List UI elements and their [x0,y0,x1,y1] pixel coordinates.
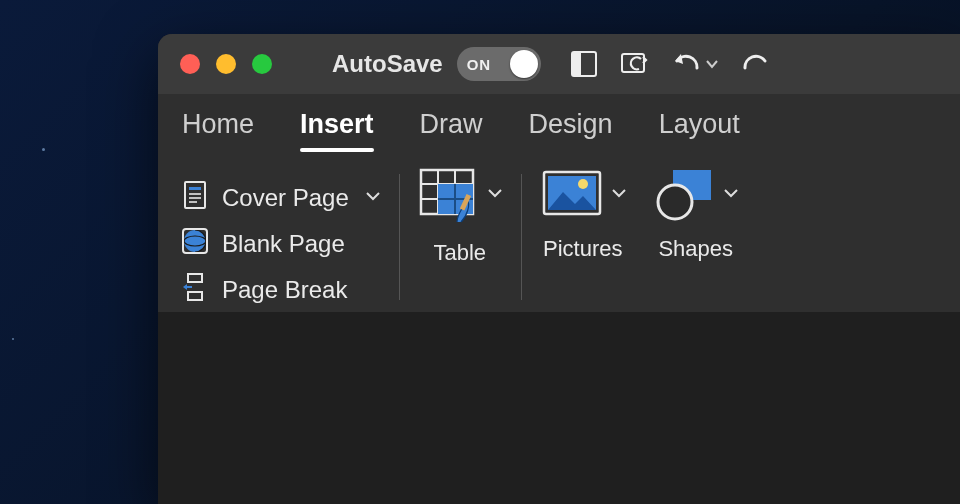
tab-draw-label: Draw [420,109,483,148]
window-controls [180,54,272,74]
shapes-label: Shapes [658,236,733,262]
pictures-label: Pictures [543,236,622,262]
tab-layout[interactable]: Layout [659,109,740,152]
tab-layout-label: Layout [659,109,740,148]
maximize-window-button[interactable] [252,54,272,74]
tab-home-label: Home [182,109,254,148]
pictures-button[interactable]: Pictures [539,164,627,262]
autosave-label: AutoSave [332,50,443,78]
page-break-label: Page Break [222,276,347,304]
shapes-icon [653,164,717,228]
cover-page-icon [182,180,208,216]
blank-page-label: Blank Page [222,230,345,258]
cover-page-label: Cover Page [222,184,349,212]
ribbon-group-illustrations: Pictures Shapes [521,164,757,324]
chevron-down-icon [611,186,627,204]
app-window: AutoSave ON [158,34,960,504]
shapes-button[interactable]: Shapes [653,164,739,262]
chevron-down-icon [365,189,381,207]
tab-insert-label: Insert [300,109,374,148]
tab-insert[interactable]: Insert [300,109,374,152]
close-window-button[interactable] [180,54,200,74]
page-break-icon [182,272,208,308]
undo-button[interactable] [671,50,719,78]
undo-icon [671,50,703,78]
blank-page-icon [182,226,208,262]
redo-button[interactable] [739,50,771,78]
svg-rect-3 [185,182,205,208]
ribbon-tabs: Home Insert Draw Design Layout [158,94,960,152]
ribbon-group-pages: Cover Page Blank Page [182,164,399,324]
page-break-button[interactable]: Page Break [182,272,381,308]
titlebar: AutoSave ON [158,34,960,94]
chevron-down-icon [723,186,739,204]
minimize-window-button[interactable] [216,54,236,74]
sync-icon [619,49,651,79]
svg-rect-4 [189,187,201,190]
svg-point-25 [658,185,692,219]
ribbon-group-table: Table [399,164,521,324]
chevron-down-icon [705,57,719,71]
tab-home[interactable]: Home [182,109,254,152]
template-icon [569,49,599,79]
autosave-control: AutoSave ON [332,47,541,81]
redo-icon [739,50,771,78]
tab-design-label: Design [529,109,613,148]
table-icon [417,164,481,232]
blank-page-button[interactable]: Blank Page [182,226,381,262]
table-button[interactable]: Table [417,164,503,266]
document-area[interactable] [158,312,960,504]
quick-access-toolbar [569,49,771,79]
table-label: Table [433,240,486,266]
ribbon-insert: Cover Page Blank Page [158,152,960,325]
pictures-icon [539,164,605,228]
toggle-knob [510,50,538,78]
autosave-state-text: ON [467,56,492,73]
sync-button[interactable] [619,49,651,79]
tab-draw[interactable]: Draw [420,109,483,152]
template-gallery-button[interactable] [569,49,599,79]
chevron-down-icon [487,186,503,204]
cover-page-button[interactable]: Cover Page [182,180,381,216]
tab-design[interactable]: Design [529,109,613,152]
autosave-toggle[interactable]: ON [457,47,541,81]
svg-point-23 [578,179,588,189]
svg-rect-1 [572,52,581,76]
